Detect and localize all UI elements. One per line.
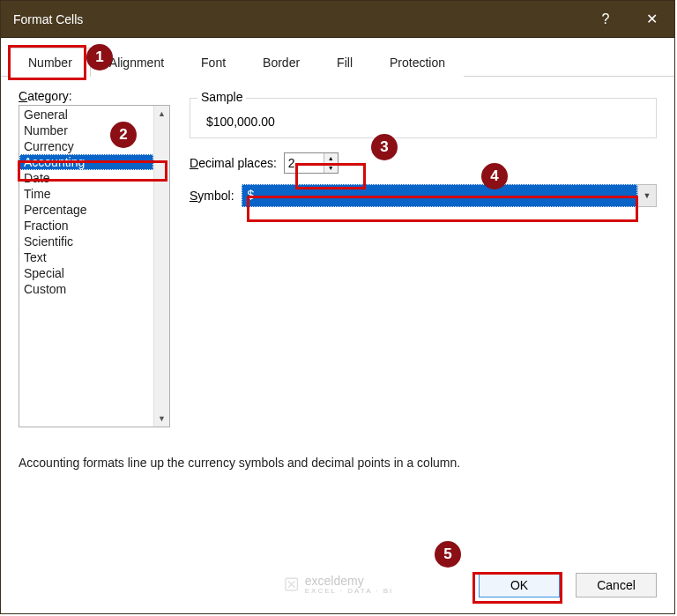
spinner-down-icon[interactable]: ▼ <box>324 164 338 174</box>
format-cells-dialog: Format Cells ? ✕ Number Alignment Font B… <box>0 0 675 614</box>
tab-alignment[interactable]: Alignment <box>91 48 182 77</box>
category-label: Category: <box>19 89 170 103</box>
symbol-row: Symbol: $ ▼ <box>190 184 657 207</box>
scroll-down-icon[interactable]: ▼ <box>158 411 166 427</box>
tabstrip: Number Alignment Font Border Fill Protec… <box>1 38 674 77</box>
category-item-time[interactable]: Time <box>19 186 153 202</box>
category-item-text[interactable]: Text <box>19 249 153 265</box>
spinner-up-icon[interactable]: ▲ <box>324 153 338 164</box>
cancel-button[interactable]: Cancel <box>576 573 657 597</box>
category-item-special[interactable]: Special <box>19 265 153 281</box>
dialog-buttons: OK Cancel <box>1 559 674 613</box>
symbol-value: $ <box>242 184 637 207</box>
scroll-up-icon[interactable]: ▲ <box>158 106 166 122</box>
tab-content: Category: General Number Currency Accoun… <box>1 77 674 559</box>
window-title: Format Cells <box>13 12 583 26</box>
sample-group: Sample $100,000.00 <box>190 98 657 138</box>
tab-protection[interactable]: Protection <box>371 48 464 77</box>
category-item-fraction[interactable]: Fraction <box>19 218 153 234</box>
decimal-places-input[interactable] <box>285 153 324 173</box>
format-description: Accounting formats line up the currency … <box>19 456 657 470</box>
help-button[interactable]: ? <box>583 1 629 37</box>
chevron-down-icon[interactable]: ▼ <box>637 184 657 207</box>
sample-legend: Sample <box>197 90 246 104</box>
decimal-places-label: Decimal places: <box>190 156 277 170</box>
window-controls: ? ✕ <box>583 1 674 37</box>
decimal-places-spinner[interactable]: ▲ ▼ <box>284 152 338 174</box>
titlebar: Format Cells ? ✕ <box>1 1 674 38</box>
category-item-accounting[interactable]: Accounting <box>19 154 153 170</box>
symbol-dropdown[interactable]: $ ▼ <box>242 184 657 207</box>
category-item-percentage[interactable]: Percentage <box>19 202 153 218</box>
symbol-label: Symbol: <box>190 189 234 203</box>
tab-font[interactable]: Font <box>182 48 244 77</box>
decimal-places-row: Decimal places: ▲ ▼ <box>190 152 657 174</box>
listbox-scrollbar[interactable]: ▲ ▼ <box>153 106 169 427</box>
tab-fill[interactable]: Fill <box>318 48 371 77</box>
tab-border[interactable]: Border <box>244 48 318 77</box>
category-item-custom[interactable]: Custom <box>19 281 153 297</box>
category-item-general[interactable]: General <box>19 107 153 122</box>
category-item-scientific[interactable]: Scientific <box>19 234 153 249</box>
ok-button[interactable]: OK <box>479 573 560 597</box>
category-listbox[interactable]: General Number Currency Accounting Date … <box>19 105 170 427</box>
category-item-currency[interactable]: Currency <box>19 138 153 154</box>
category-item-date[interactable]: Date <box>19 170 153 186</box>
category-item-number[interactable]: Number <box>19 122 153 138</box>
tab-number[interactable]: Number <box>10 48 91 77</box>
close-button[interactable]: ✕ <box>629 1 674 37</box>
sample-value: $100,000.00 <box>201 115 645 129</box>
